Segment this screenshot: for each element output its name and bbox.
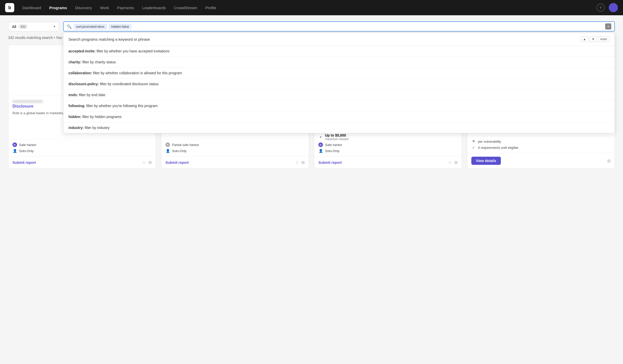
card-2-meta-partial-harbor: ⛨ Partial safe harbor [165, 142, 305, 147]
dropdown-item-accepted-invite[interactable]: accepted-invite: filter by whether you h… [63, 46, 615, 57]
card-1-submit-button[interactable]: Submit report [12, 161, 36, 165]
card-1-meta-safe-harbor: ⛨ Safe harbor [12, 142, 152, 147]
camera-icon-1[interactable]: ⊞ [148, 160, 152, 165]
nav-profile[interactable]: Profile [202, 4, 219, 11]
card-3-max-reward-sub: maximum reward [325, 137, 348, 141]
filter-count-badge: 332 [18, 24, 28, 29]
nav-payments[interactable]: Payments [114, 4, 137, 11]
card-4-vuln-label: per vulnerability [478, 140, 501, 143]
filter-all-label: All [12, 24, 16, 29]
star-icon-1[interactable]: ☆ [142, 160, 146, 165]
navbar: b Dashboard Programs Discovery Work Paym… [0, 0, 623, 15]
dropdown-item-following[interactable]: following: filter by whether you're foll… [63, 100, 615, 111]
card-2-meta: ⛨ Partial safe harbor 👤 Solo-Only [161, 139, 309, 156]
help-icon[interactable]: ? [597, 4, 605, 12]
camera-icon-4[interactable]: ⊞ [607, 158, 611, 163]
card-4-footer-icons: ⊞ [607, 158, 611, 163]
filter-row: All 332 ▾ 🔍 sort:promoted-desc hidden:fa… [8, 21, 615, 32]
nav-leaderboards[interactable]: Leaderboards [139, 4, 169, 11]
nav-up-key[interactable]: ▲ [581, 36, 588, 42]
main-content: All 332 ▾ 🔍 sort:promoted-desc hidden:fa… [0, 15, 623, 175]
dropdown-item-disclosure-policy[interactable]: disclosure-policy: filter by coordinated… [63, 79, 615, 90]
star-icon-3[interactable]: ☆ [448, 160, 452, 165]
dropdown-item-charity[interactable]: charity: filter by charity status [63, 57, 615, 68]
card-2-solo-label: Solo-Only [172, 149, 187, 153]
dropdown-item-ends[interactable]: ends: filter by end date [63, 90, 615, 100]
card-4-meta-req: ✓ 4 requirements until eligible [471, 145, 611, 150]
filter-all-dropdown[interactable]: All 332 ▾ [8, 22, 59, 31]
card-4-meta: ⚑ per vulnerability ✓ 4 requirements unt… [467, 136, 615, 153]
card-2-meta-solo: 👤 Solo-Only [165, 149, 305, 153]
search-box: 🔍 sort:promoted-desc hidden:false × [63, 21, 615, 32]
card-3-max-reward: Up to $5,000 [325, 133, 348, 137]
dropdown-nav-keys: ▲ ▼ enter [581, 36, 610, 42]
nav-dashboard[interactable]: Dashboard [19, 4, 44, 11]
camera-icon-2[interactable]: ⊞ [301, 160, 305, 165]
card-1-meta-solo: 👤 Solo-Only [12, 149, 152, 153]
safe-harbor-icon: ⛨ [12, 142, 17, 147]
card-1-footer-icons: ☆ ⊞ [142, 160, 152, 165]
card-1-footer: Submit report ☆ ⊞ [8, 156, 156, 168]
dropdown-item-industry[interactable]: industry: filter by industry [63, 122, 615, 133]
card-1-meta: ⛨ Safe harbor 👤 Solo-Only [8, 139, 156, 156]
card-1-safe-harbor-label: Safe harbor [19, 143, 36, 147]
star-icon-2[interactable]: ☆ [295, 160, 299, 165]
dropdown-header: Search programs matching a keyword or ph… [63, 33, 615, 46]
card-4-req-label: 4 requirements until eligible [478, 146, 518, 150]
card-2-footer: Submit report ☆ ⊞ [161, 156, 309, 168]
card-1-solo-label: Solo-Only [19, 149, 34, 153]
card-4-meta-vuln: ⚑ per vulnerability [471, 139, 611, 144]
search-clear-button[interactable]: × [605, 23, 611, 30]
star-reward-icon-3: ✦ [318, 135, 323, 139]
card-2-partial-harbor-label: Partial safe harbor [172, 143, 199, 147]
card-3-footer-icons: ☆ ⊞ [448, 160, 458, 165]
flag-icon-4: ⚑ [471, 139, 476, 144]
dropdown-item-hidden[interactable]: hidden: filter by hidden programs [63, 111, 615, 122]
dropdown-hint-text: Search programs matching a keyword or ph… [68, 37, 150, 41]
search-icon: 🔍 [67, 24, 72, 29]
card-3-solo-label: Solo-Only [325, 149, 339, 153]
card-4-footer: View details ⊞ [467, 153, 615, 168]
search-dropdown: Search programs matching a keyword or ph… [63, 33, 615, 133]
safe-harbor-icon-3: ⛨ [318, 142, 323, 147]
card-2-submit-button[interactable]: Submit report [165, 161, 189, 165]
nav-programs[interactable]: Programs [46, 4, 70, 11]
card-2-footer-icons: ☆ ⊞ [295, 160, 305, 165]
user-icon-2: 👤 [165, 149, 170, 153]
chevron-down-icon: ▾ [54, 25, 55, 28]
card-3-footer: Submit report ☆ ⊞ [314, 156, 462, 168]
nav-logo[interactable]: b [5, 3, 14, 12]
camera-icon-3[interactable]: ⊞ [454, 160, 458, 165]
card-3-meta-solo: 👤 Solo-Only [318, 149, 458, 153]
user-icon-3: 👤 [318, 149, 323, 153]
card-3-meta-max: ✦ Up to $5,000 maximum reward [318, 133, 458, 141]
card-3-harbor-label: Safe harbor [325, 143, 342, 147]
partial-harbor-icon: ⛨ [165, 142, 170, 147]
card-1-company-blurred [12, 100, 43, 103]
search-input[interactable] [133, 24, 603, 28]
nav-work[interactable]: Work [97, 4, 112, 11]
card-3-meta-harbor: ⛨ Safe harbor [318, 142, 458, 147]
nav-enter-key[interactable]: enter [598, 36, 610, 42]
search-tag-hidden[interactable]: hidden:false [109, 24, 131, 29]
nav-crowdstream[interactable]: CrowdStream [171, 4, 200, 11]
avatar[interactable] [609, 3, 618, 12]
search-tag-sort[interactable]: sort:promoted-desc [74, 24, 107, 29]
nav-down-key[interactable]: ▼ [589, 36, 597, 42]
search-container: 🔍 sort:promoted-desc hidden:false × Sear… [63, 21, 615, 32]
nav-discovery[interactable]: Discovery [72, 4, 95, 11]
card-4-view-details-button[interactable]: View details [471, 157, 501, 165]
check-icon-4: ✓ [471, 145, 476, 150]
dropdown-item-collaboration[interactable]: collaboration: filter by whether collabo… [63, 68, 615, 79]
card-3-submit-button[interactable]: Submit report [318, 161, 342, 165]
user-icon-1: 👤 [12, 149, 17, 153]
